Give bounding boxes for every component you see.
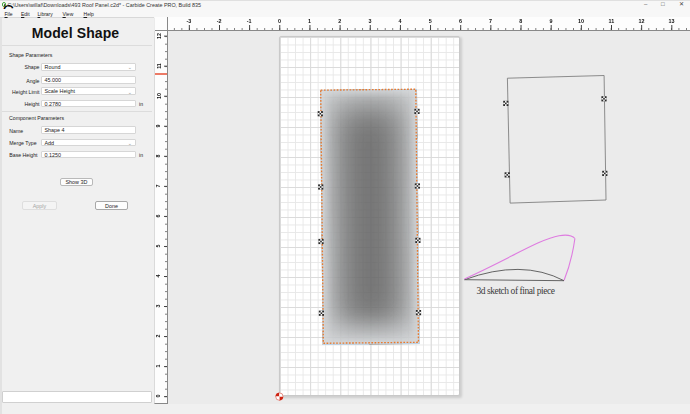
svg-text:3d sketch of final piece: 3d sketch of final piece [477,286,556,296]
